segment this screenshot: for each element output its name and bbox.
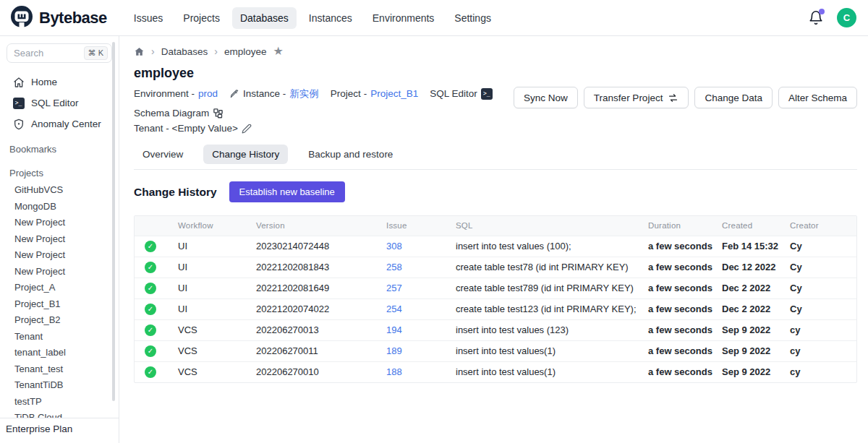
- sidebar-project-item[interactable]: New Project: [0, 247, 119, 264]
- issue-link[interactable]: 257: [386, 283, 402, 293]
- meta-instance: Instance - 新实例: [229, 86, 319, 101]
- sidebar-project-item[interactable]: Tenant: [0, 329, 119, 345]
- issue-link[interactable]: 258: [386, 262, 402, 272]
- cell-creator: cy: [787, 319, 856, 340]
- sidebar-project-item[interactable]: New Project: [0, 215, 119, 231]
- sidebar-section-projects[interactable]: Projects: [0, 158, 119, 182]
- bytebase-logo[interactable]: Bytebase: [10, 5, 107, 30]
- issue-link[interactable]: 189: [386, 345, 402, 356]
- sidebar-section-bookmarks[interactable]: Bookmarks: [0, 134, 119, 158]
- cell-created: Feb 14 15:32: [719, 236, 787, 257]
- sidebar-item-label: Anomaly Center: [31, 119, 101, 129]
- breadcrumb-home-icon[interactable]: [134, 46, 145, 57]
- breadcrumb-databases[interactable]: Databases: [161, 46, 208, 57]
- shield-icon: [12, 118, 25, 130]
- sidebar-project-item[interactable]: Project_B2: [0, 312, 119, 329]
- nav-item[interactable]: Environments: [365, 7, 443, 29]
- sidebar-item-home[interactable]: Home: [0, 72, 119, 93]
- meta-schema-diagram-link[interactable]: Schema Diagram: [134, 106, 224, 121]
- tab[interactable]: Backup and restore: [299, 145, 401, 164]
- cell-creator: cy: [787, 361, 856, 382]
- table-row[interactable]: ✓ VCS 202206270011 189 insert into test …: [135, 340, 856, 361]
- main-nav: IssuesProjectsDatabasesInstancesEnvironm…: [126, 7, 499, 29]
- breadcrumb-separator: ›: [151, 46, 155, 57]
- sidebar-project-item[interactable]: New Project: [0, 264, 119, 280]
- change-data-button[interactable]: Change Data: [694, 87, 773, 108]
- table-row[interactable]: ✓ UI 20230214072448 308 insert into test…: [135, 236, 856, 257]
- notifications-bell-icon[interactable]: [808, 10, 824, 26]
- main-content: › Databases › employee ★ employee Enviro…: [119, 36, 868, 443]
- cell-creator: cy: [787, 340, 856, 361]
- col-creator: Creator: [787, 216, 856, 236]
- nav-item[interactable]: Projects: [175, 7, 228, 29]
- col-created: Created: [719, 216, 787, 236]
- cell-created: Sep 9 2022: [719, 361, 787, 382]
- cell-duration: a few seconds: [645, 278, 719, 298]
- sidebar-item-sql-editor[interactable]: >_ SQL Editor: [0, 93, 119, 113]
- cell-workflow: UI: [175, 278, 253, 298]
- user-avatar[interactable]: C: [837, 8, 856, 27]
- nav-item[interactable]: Issues: [126, 7, 171, 29]
- establish-baseline-button[interactable]: Establish new baseline: [229, 181, 345, 202]
- sidebar-project-item[interactable]: Project_B1: [0, 296, 119, 313]
- sidebar-project-item[interactable]: TenantTiDB: [0, 377, 119, 394]
- cell-sql: insert into test values (123): [453, 319, 645, 340]
- sidebar-project-item[interactable]: New Project: [0, 231, 119, 248]
- pen-nib-icon: [229, 89, 239, 99]
- edit-pencil-icon[interactable]: [242, 124, 252, 134]
- table-row[interactable]: ✓ UI 20221202081843 258 create table tes…: [135, 257, 856, 278]
- table-row[interactable]: ✓ VCS 202206270013 194 insert into test …: [135, 319, 856, 340]
- top-nav-right: C: [808, 8, 856, 27]
- sidebar-project-item[interactable]: Tenant_test: [0, 361, 119, 378]
- nav-item[interactable]: Instances: [301, 7, 360, 29]
- nav-item[interactable]: Settings: [446, 7, 499, 29]
- issue-link[interactable]: 188: [386, 366, 402, 377]
- cell-duration: a few seconds: [645, 236, 719, 257]
- tab[interactable]: Overview: [134, 145, 192, 164]
- table-header-row: Workflow Version Issue SQL Duration Crea…: [135, 216, 856, 236]
- search-shortcut-badge: ⌘ K: [84, 46, 108, 60]
- meta-sql-editor-link[interactable]: SQL Editor >_: [430, 86, 493, 101]
- favorite-star-icon[interactable]: ★: [273, 46, 283, 57]
- alter-schema-button[interactable]: Alter Schema: [778, 87, 857, 108]
- cell-version: 20230214072448: [253, 236, 383, 257]
- breadcrumb: › Databases › employee ★: [134, 46, 857, 57]
- transfer-project-button[interactable]: Transfer Project: [584, 87, 689, 108]
- sidebar-project-item[interactable]: testTP: [0, 394, 119, 410]
- sync-now-button[interactable]: Sync Now: [514, 87, 578, 108]
- project-link[interactable]: Project_B1: [370, 86, 418, 101]
- database-meta: Environment - prod Instance - 新实例 Projec…: [134, 86, 514, 136]
- cell-created: Sep 9 2022: [719, 319, 787, 340]
- cell-created: Dec 12 2022: [719, 257, 787, 278]
- cell-version: 20221202081649: [253, 278, 383, 298]
- tab[interactable]: Change History: [203, 145, 288, 164]
- sidebar-project-item[interactable]: GitHubVCS: [0, 182, 119, 199]
- table-row[interactable]: ✓ UI 20221202081649 257 create table tes…: [135, 278, 856, 298]
- environment-link[interactable]: prod: [198, 86, 218, 101]
- cell-duration: a few seconds: [645, 361, 719, 382]
- cell-creator: Cy: [787, 278, 856, 298]
- plan-label[interactable]: Enterprise Plan: [0, 418, 119, 443]
- sidebar-scrollbar[interactable]: [112, 42, 115, 401]
- nav-item[interactable]: Databases: [232, 7, 297, 29]
- notification-dot: [819, 9, 825, 14]
- sidebar-item-anomaly-center[interactable]: Anomaly Center: [0, 113, 119, 134]
- table-row[interactable]: ✓ VCS 202206270010 188 insert into test …: [135, 361, 856, 382]
- issue-link[interactable]: 308: [386, 241, 402, 251]
- search-input[interactable]: Search ⌘ K: [7, 43, 112, 63]
- issue-link[interactable]: 254: [386, 304, 402, 314]
- instance-link[interactable]: 新实例: [289, 86, 319, 101]
- sidebar-project-item[interactable]: Project_A: [0, 280, 119, 296]
- cell-workflow: VCS: [175, 340, 253, 361]
- sidebar-item-label: SQL Editor: [31, 98, 79, 108]
- col-duration: Duration: [645, 216, 719, 236]
- table-row[interactable]: ✓ UI 20221202074022 254 create table tes…: [135, 298, 856, 319]
- meta-project: Project - Project_B1: [331, 86, 418, 101]
- home-icon: [12, 76, 25, 88]
- col-sql: SQL: [453, 216, 645, 236]
- meta-tenant: Tenant - <Empty Value>: [134, 121, 252, 136]
- top-nav: Bytebase IssuesProjectsDatabasesInstance…: [0, 0, 868, 36]
- sidebar-project-item[interactable]: MongoDB: [0, 199, 119, 215]
- issue-link[interactable]: 194: [386, 324, 402, 335]
- sidebar-project-item[interactable]: tenant_label: [0, 345, 119, 361]
